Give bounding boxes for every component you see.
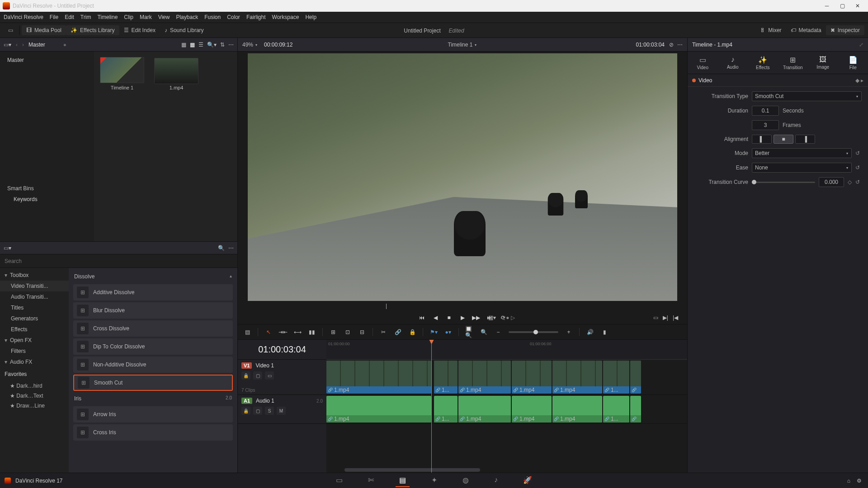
replace-icon[interactable]: ⊟ bbox=[358, 328, 366, 336]
dynamic-trim-icon[interactable]: ⟷ bbox=[293, 328, 302, 336]
inspector-expand-icon[interactable]: ⤢ bbox=[859, 42, 863, 48]
fx-category-iris[interactable]: Iris2.0 bbox=[73, 393, 233, 404]
section-enable-dot[interactable] bbox=[692, 79, 696, 82]
fx-category-dissolve[interactable]: Dissolve▴ bbox=[73, 271, 233, 282]
video-clip[interactable]: 🔗1.mp4 bbox=[512, 361, 552, 394]
menu-mark[interactable]: Mark bbox=[140, 14, 152, 20]
page-edit[interactable]: ▤ bbox=[396, 474, 410, 487]
smart-bin-keywords[interactable]: Keywords bbox=[5, 194, 90, 204]
page-fusion[interactable]: ✦ bbox=[428, 474, 441, 487]
track-auto-select-icon[interactable]: ▢ bbox=[253, 371, 262, 380]
audio-clip[interactable]: 🔗1... bbox=[434, 396, 458, 422]
blade-tool-icon[interactable]: ▮▮ bbox=[308, 328, 316, 336]
video-track-row[interactable]: 🔗1.mp4🔗1...🔗1.mp4🔗1.mp4🔗1.mp4🔗1...🔗 bbox=[326, 360, 687, 395]
video-clip[interactable]: 🔗1... bbox=[603, 361, 629, 394]
effects-search-icon[interactable]: 🔍 bbox=[218, 245, 225, 251]
menu-color[interactable]: Color bbox=[227, 14, 240, 20]
video-clip[interactable]: 🔗1... bbox=[434, 361, 458, 394]
track-disable-icon[interactable]: ▭ bbox=[265, 371, 274, 380]
timeline-scrollbar[interactable] bbox=[344, 468, 480, 472]
video-clip[interactable]: 🔗1.mp4 bbox=[326, 361, 431, 394]
inspector-section-header[interactable]: Video ◆ ▸ bbox=[688, 74, 868, 87]
search-icon[interactable]: 🔍▾ bbox=[207, 42, 217, 48]
inspector-tab-audio[interactable]: ♪Audio bbox=[718, 52, 748, 74]
track-lock-icon[interactable]: 🔒 bbox=[241, 371, 250, 380]
insert-icon[interactable]: ⊞ bbox=[329, 328, 337, 336]
razor-icon[interactable]: ✂ bbox=[379, 328, 387, 336]
track-auto-select-icon[interactable]: ▢ bbox=[253, 407, 262, 415]
selection-tool-icon[interactable]: ↖ bbox=[264, 328, 273, 336]
edit-index-toggle[interactable]: ☰Edit Index bbox=[119, 25, 160, 35]
menu-trim[interactable]: Trim bbox=[80, 14, 91, 20]
bin-master[interactable]: Master bbox=[5, 55, 90, 65]
ease-select[interactable]: None▾ bbox=[752, 163, 852, 173]
effects-menu-icon[interactable]: ⋯ bbox=[228, 245, 234, 251]
reset-icon[interactable]: ↺ bbox=[855, 179, 862, 185]
effects-view-icon[interactable]: ▭▾ bbox=[4, 245, 11, 251]
menu-file[interactable]: File bbox=[50, 14, 58, 20]
page-color[interactable]: ◍ bbox=[459, 474, 472, 487]
viewer-menu-icon[interactable]: ⋯ bbox=[677, 42, 683, 48]
alignment-center-button[interactable]: ■ bbox=[774, 135, 793, 144]
play-button[interactable]: ▶ bbox=[458, 313, 467, 323]
timeline-timecode[interactable]: 01:00:03:04 bbox=[238, 340, 326, 360]
zoom-out-icon[interactable]: − bbox=[494, 328, 502, 336]
video-clip[interactable]: 🔗 bbox=[630, 361, 641, 394]
go-first-button[interactable]: ⏮ bbox=[417, 313, 427, 323]
video-track-header[interactable]: V1 Video 1 🔒 ▢ ▭ 7 Clips bbox=[238, 360, 326, 395]
step-back-button[interactable]: ◀ bbox=[430, 313, 440, 323]
mode-select[interactable]: Better▾ bbox=[752, 148, 852, 158]
fx-tree-titles[interactable]: Titles bbox=[0, 302, 69, 313]
video-clip[interactable]: 🔗1.mp4 bbox=[458, 361, 511, 394]
fx-item-arrow-iris[interactable]: ⊞Arrow Iris bbox=[73, 406, 233, 422]
effects-search-input[interactable] bbox=[5, 258, 233, 264]
fx-item-blur-dissolve[interactable]: ⊞Blur Dissolve bbox=[73, 302, 233, 319]
stop-button[interactable]: ■ bbox=[444, 313, 454, 323]
auto-zoom-icon[interactable]: 🔲🔍 bbox=[465, 328, 473, 336]
audio-clip[interactable]: 🔗 bbox=[630, 396, 641, 422]
track-solo-icon[interactable]: S bbox=[265, 407, 274, 415]
track-mute-icon[interactable]: M bbox=[277, 407, 286, 415]
media-thumb-timeline[interactable]: Timeline 1 bbox=[99, 57, 145, 236]
mixer-toggle[interactable]: 🎚Mixer bbox=[755, 25, 786, 35]
timeline-body[interactable]: 01:00:00:00 01:00:06:00 🔗1.mp4🔗1...🔗1.mp… bbox=[326, 340, 687, 473]
fx-tree-generators[interactable]: Generators bbox=[0, 313, 69, 324]
in-mark-icon[interactable]: ◁ ● ▷ bbox=[500, 314, 515, 321]
audio-clip[interactable]: 🔗1.mp4 bbox=[326, 396, 431, 422]
source-timecode[interactable]: 00:00:09:12 bbox=[264, 42, 292, 48]
audio-track-row[interactable]: 🔗1.mp4🔗1...🔗1.mp4🔗1.mp4🔗1.mp4🔗1...🔗 bbox=[326, 395, 687, 424]
inspector-tab-file[interactable]: 📄File bbox=[838, 52, 868, 74]
timeline-view-icon[interactable]: ▤ bbox=[243, 328, 251, 336]
menu-timeline[interactable]: Timeline bbox=[97, 14, 118, 20]
inspector-tab-effects[interactable]: ✨Effects bbox=[748, 52, 778, 74]
inspector-toggle[interactable]: ✖Inspector bbox=[826, 25, 864, 35]
jog-bar[interactable] bbox=[238, 303, 687, 311]
duration-frames-input[interactable]: 3 bbox=[752, 120, 779, 130]
flag-icon[interactable]: ⚑▾ bbox=[429, 328, 438, 336]
page-deliver[interactable]: 🚀 bbox=[519, 474, 536, 487]
effects-library-toggle[interactable]: ✨Effects Library bbox=[66, 25, 119, 35]
audio-clip[interactable]: 🔗1.mp4 bbox=[458, 396, 511, 422]
keyframe-controls-icon[interactable]: ◆ ▸ bbox=[855, 77, 863, 84]
menu-edit[interactable]: Edit bbox=[65, 14, 74, 20]
viewer-zoom[interactable]: 49%▾ bbox=[242, 42, 258, 48]
transition-curve-slider[interactable] bbox=[752, 182, 815, 183]
fx-tree-video-transiti-[interactable]: Video Transiti... bbox=[0, 281, 69, 291]
fx-tree-open-fx[interactable]: ▾Open FX bbox=[0, 335, 69, 346]
record-timecode[interactable]: 01:00:03:04 bbox=[636, 42, 665, 48]
fx-item-dip-to-color-dissolve[interactable]: ⊞Dip To Color Dissolve bbox=[73, 338, 233, 355]
lock-icon[interactable]: 🔒 bbox=[408, 328, 416, 336]
timeline-dropdown-icon[interactable]: ▾ bbox=[475, 42, 476, 47]
fx-item-smooth-cut[interactable]: ⊞Smooth Cut bbox=[73, 375, 233, 391]
media-pool-layout-icon[interactable]: ▭▾ bbox=[4, 42, 11, 48]
inspector-tab-video[interactable]: ▭Video bbox=[688, 52, 718, 74]
audio-meter-icon[interactable]: ▮ bbox=[600, 328, 609, 336]
media-thumb-clip[interactable]: 1.mp4 bbox=[154, 57, 199, 236]
view-list-icon[interactable]: ☰ bbox=[198, 42, 203, 48]
reset-icon[interactable]: ↺ bbox=[855, 164, 862, 171]
home-icon[interactable]: ⌂ bbox=[847, 478, 850, 484]
menu-view[interactable]: View bbox=[158, 14, 170, 20]
step-fwd-button[interactable]: ▶▶ bbox=[471, 313, 481, 323]
video-clip[interactable]: 🔗1.mp4 bbox=[552, 361, 602, 394]
menu-clip[interactable]: Clip bbox=[124, 14, 133, 20]
